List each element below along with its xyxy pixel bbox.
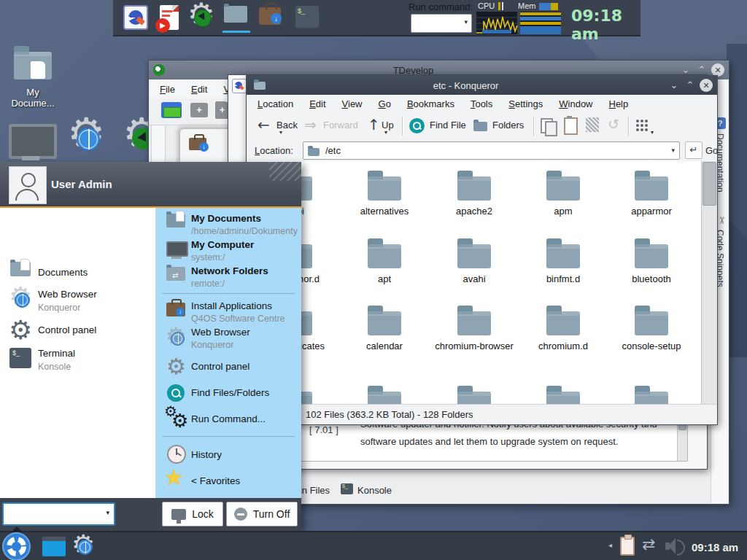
search-dropdown-icon[interactable]: ▾ bbox=[106, 509, 109, 516]
turn-off-button[interactable]: Turn Off bbox=[226, 502, 298, 526]
system-monitor[interactable]: CPU Mem bbox=[476, 1, 561, 34]
start-menu-item-install-applications[interactable]: Install Applications bbox=[191, 300, 272, 311]
tdevelop-menu-file[interactable]: File bbox=[160, 84, 175, 95]
view-mode-icon[interactable] bbox=[635, 119, 649, 132]
start-menu-item-terminal[interactable]: Terminal bbox=[38, 348, 75, 359]
folder-item[interactable]: apparmor bbox=[609, 170, 694, 217]
desktop-icon-my-documents[interactable]: My Docume... bbox=[7, 45, 58, 109]
network-tray-icon[interactable]: ⇄ bbox=[642, 535, 655, 554]
go-enter-icon[interactable]: ↵ bbox=[685, 141, 703, 159]
konqueror-file-view: acpi alternatives apache2 apm apparmor a… bbox=[247, 161, 701, 404]
start-menu-item-history[interactable]: History bbox=[191, 449, 222, 460]
folders-button[interactable]: Folders bbox=[492, 120, 524, 131]
konqueror-titlebar[interactable]: etc - Konqueror ⌄ ⌃ ✕ bbox=[247, 76, 717, 95]
folder-item[interactable]: binfmt.d bbox=[521, 238, 605, 285]
network-folders-icon: ⇄ bbox=[166, 267, 185, 283]
folder-item[interactable]: avahi bbox=[432, 238, 516, 285]
back-dropdown-icon[interactable]: ▾ bbox=[279, 129, 282, 136]
user-name: User Admin bbox=[51, 178, 112, 190]
location-input[interactable]: /etc ▾ bbox=[303, 141, 680, 160]
start-menu-item-run-command[interactable]: Run Command... bbox=[191, 413, 266, 424]
paste-icon[interactable] bbox=[564, 117, 578, 135]
start-menu-item-control-panel[interactable]: Control panel bbox=[38, 324, 96, 335]
find-files-icon bbox=[167, 384, 185, 402]
launcher-file-manager[interactable] bbox=[224, 6, 247, 25]
folder-item[interactable]: chromium-browser bbox=[432, 305, 516, 352]
menu-settings[interactable]: Settings bbox=[508, 98, 543, 109]
folder-item[interactable]: apm bbox=[521, 170, 605, 217]
start-menu-item-documents[interactable]: Documents bbox=[38, 267, 88, 278]
menu-location[interactable]: Location bbox=[258, 98, 293, 109]
konqueror-window: etc - Konqueror ⌄ ⌃ ✕ Location Edit View… bbox=[246, 75, 718, 425]
folder-item[interactable] bbox=[342, 385, 427, 404]
web-browser-icon: ⚙ bbox=[166, 327, 187, 349]
tray-expander-icon[interactable]: ◂ bbox=[608, 541, 612, 549]
status-text: 102 Files (363.2 KB Total) - 128 Folders bbox=[306, 409, 473, 420]
go-button[interactable]: Go bbox=[705, 145, 718, 156]
view-mode-dropdown-icon[interactable]: ▾ bbox=[651, 129, 654, 136]
start-menu-item-favorites[interactable]: < Favorites bbox=[191, 475, 240, 486]
file-view-scrollbar[interactable] bbox=[701, 161, 717, 404]
menu-view[interactable]: View bbox=[342, 98, 363, 109]
folder-item[interactable]: apt bbox=[342, 238, 427, 285]
up-button[interactable]: Up bbox=[382, 120, 394, 131]
folder-item[interactable]: console-setup bbox=[609, 305, 694, 352]
start-menu-item-web-browser[interactable]: Web Browser bbox=[191, 327, 250, 338]
menu-bookmarks[interactable]: Bookmarks bbox=[407, 98, 454, 109]
volume-tray-icon[interactable] bbox=[665, 538, 684, 554]
start-menu-item-my-computer[interactable]: My Computer bbox=[191, 239, 254, 250]
start-menu-item-web-browser[interactable]: Web Browser bbox=[38, 289, 97, 300]
taskbar-window-button[interactable] bbox=[42, 537, 66, 556]
taskbar-browser-button[interactable]: ⚙ bbox=[71, 534, 96, 559]
print-icon[interactable] bbox=[586, 117, 599, 132]
launcher-settings-globe-app[interactable]: ⚙ bbox=[187, 3, 217, 32]
location-dropdown-icon[interactable]: ▾ bbox=[671, 147, 675, 154]
separator bbox=[162, 293, 295, 294]
launcher-terminal[interactable]: $_ bbox=[295, 6, 319, 28]
run-command-input[interactable]: ▾ bbox=[411, 14, 472, 33]
start-button[interactable] bbox=[4, 534, 29, 559]
start-menu-item-find-files[interactable]: Find Files/Folders bbox=[191, 387, 269, 398]
konqueror-maximize-button[interactable]: ⌃ bbox=[682, 76, 698, 95]
undo-icon[interactable]: ↺ bbox=[608, 116, 619, 132]
konqueror-title: etc - Konqueror bbox=[266, 80, 666, 91]
menu-go[interactable]: Go bbox=[379, 98, 391, 109]
folder-item[interactable] bbox=[521, 385, 605, 404]
forward-button[interactable]: Forward bbox=[323, 120, 358, 131]
desktop-icon-web-browser[interactable]: ⚙ bbox=[67, 118, 108, 159]
menu-search-input[interactable]: ▾ bbox=[2, 502, 115, 526]
launcher-chart-app[interactable] bbox=[123, 5, 148, 30]
start-menu-footer: ▾ Lock Turn Off bbox=[0, 498, 301, 531]
start-menu-item-network-folders[interactable]: Network Folders bbox=[191, 265, 268, 276]
taskbar-clock[interactable]: 09:18 am bbox=[692, 541, 738, 553]
panel-clock[interactable]: 09:18 am bbox=[571, 7, 640, 43]
start-menu: User Admin Documents ⚙ Web Browser Konqu… bbox=[0, 162, 301, 531]
lock-button[interactable]: Lock bbox=[162, 502, 223, 526]
tdevelop-konsole-tab[interactable]: Konsole bbox=[357, 485, 392, 496]
up-dropdown-icon[interactable]: ▾ bbox=[384, 129, 387, 136]
folder-item[interactable]: chromium.d bbox=[521, 305, 605, 352]
folder-item[interactable]: calendar bbox=[342, 305, 427, 352]
start-menu-item-control-panel[interactable]: Control panel bbox=[191, 361, 249, 372]
play-badge-icon: ▶ bbox=[155, 18, 170, 33]
konqueror-close-button[interactable]: ✕ bbox=[700, 79, 713, 92]
menu-tools[interactable]: Tools bbox=[471, 98, 492, 109]
new-window-icon[interactable]: + bbox=[190, 103, 208, 117]
desktop-icon-my-computer[interactable] bbox=[9, 124, 57, 159]
run-command-dropdown-icon[interactable]: ▾ bbox=[464, 18, 468, 26]
start-menu-item-my-documents[interactable]: My Documents bbox=[191, 213, 261, 224]
clipboard-tray-icon[interactable] bbox=[620, 537, 635, 556]
folder-item[interactable]: bluetooth bbox=[609, 238, 694, 285]
menu-window[interactable]: Window bbox=[559, 98, 592, 109]
find-file-button[interactable]: Find File bbox=[430, 120, 466, 131]
folder-item[interactable] bbox=[609, 385, 694, 404]
folder-item[interactable]: apache2 bbox=[432, 170, 516, 217]
konqueror-minimize-button[interactable]: ⌄ bbox=[666, 76, 682, 95]
launcher-software-centre[interactable]: ↓ bbox=[259, 7, 281, 25]
tdevelop-menu-edit[interactable]: Edit bbox=[191, 84, 207, 95]
menu-edit[interactable]: Edit bbox=[309, 98, 325, 109]
menu-help[interactable]: Help bbox=[609, 98, 629, 109]
folder-item[interactable] bbox=[432, 385, 516, 404]
folder-item[interactable]: alternatives bbox=[342, 170, 427, 217]
launcher-presentation-app[interactable]: ▶ bbox=[160, 5, 179, 30]
